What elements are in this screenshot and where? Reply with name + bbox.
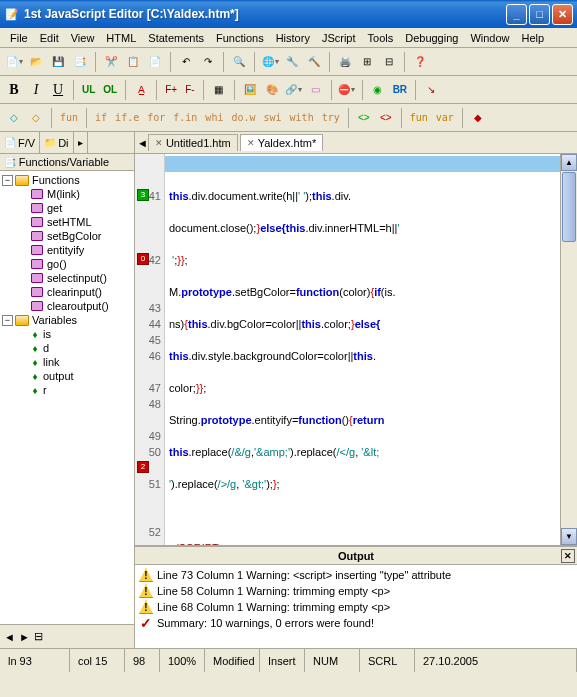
hammer-button[interactable]: 🔨 — [304, 52, 324, 72]
kw-swi[interactable]: swi — [261, 108, 285, 128]
kw-icon1[interactable]: ◇ — [4, 108, 24, 128]
kw-tag1[interactable]: <> — [354, 108, 374, 128]
tree-fn[interactable]: clearoutput() — [2, 299, 132, 313]
kw-whi[interactable]: whi — [202, 108, 226, 128]
image-button[interactable]: 🖼️ — [240, 80, 260, 100]
menu-functions[interactable]: Functions — [210, 30, 270, 46]
kw-for[interactable]: for — [144, 108, 168, 128]
table-button[interactable]: ▦ — [209, 80, 229, 100]
noentry-icon[interactable]: ⛔▾ — [337, 80, 357, 100]
tab-close-icon[interactable]: ✕ — [247, 138, 255, 148]
close-button[interactable]: ✕ — [552, 4, 573, 25]
kw-with[interactable]: with — [287, 108, 317, 128]
scroll-thumb[interactable] — [562, 172, 576, 242]
scroll-down-icon[interactable]: ▼ — [561, 528, 577, 545]
side-tab-more[interactable]: ▸ — [74, 132, 88, 153]
save-button[interactable]: 💾 — [48, 52, 68, 72]
tree-fn[interactable]: entityify — [2, 243, 132, 257]
kw-dow[interactable]: do.w — [228, 108, 258, 128]
kw-if[interactable]: if — [92, 108, 110, 128]
redo-button[interactable]: ↷ — [198, 52, 218, 72]
tree-var[interactable]: ♦r — [2, 383, 132, 397]
underline-button[interactable]: U — [48, 80, 68, 100]
editor-tab[interactable]: ✕Untitled1.htm — [148, 134, 238, 151]
tree-var[interactable]: ♦d — [2, 341, 132, 355]
tree-functions[interactable]: −Functions — [2, 173, 132, 187]
minimize-button[interactable]: _ — [506, 4, 527, 25]
maximize-button[interactable]: □ — [529, 4, 550, 25]
menu-jscript[interactable]: JScript — [316, 30, 362, 46]
arrow-icon[interactable]: ↘ — [421, 80, 441, 100]
tree-view[interactable]: −Functions M(link) get setHTML setBgColo… — [0, 171, 134, 624]
print-button[interactable]: 🖨️ — [335, 52, 355, 72]
tree-fwd[interactable]: ► — [19, 631, 30, 643]
tile-button[interactable]: ⊞ — [357, 52, 377, 72]
fontdec-button[interactable]: F- — [182, 80, 197, 100]
code-editor[interactable]: this.div.document.write(h||' ');this.div… — [165, 154, 560, 545]
br-button[interactable]: BR — [390, 80, 410, 100]
vertical-scrollbar[interactable]: ▲ ▼ — [560, 154, 577, 545]
undo-button[interactable]: ↶ — [176, 52, 196, 72]
palette-button[interactable]: 🎨 — [262, 80, 282, 100]
tree-fn[interactable]: M(link) — [2, 187, 132, 201]
tree-var[interactable]: ♦link — [2, 355, 132, 369]
paste-button[interactable]: 📄 — [145, 52, 165, 72]
kw-ife[interactable]: if.e — [112, 108, 142, 128]
menu-statements[interactable]: Statements — [142, 30, 210, 46]
menu-view[interactable]: View — [65, 30, 101, 46]
kw-diamond[interactable]: ◆ — [468, 108, 488, 128]
rect-button[interactable]: ▭ — [306, 80, 326, 100]
tree-variables[interactable]: −Variables — [2, 313, 132, 327]
tab-close-icon[interactable]: ✕ — [155, 138, 163, 148]
run-button[interactable]: 🌐▾ — [260, 52, 280, 72]
tree-fn[interactable]: clearinput() — [2, 285, 132, 299]
italic-button[interactable]: I — [26, 80, 46, 100]
kw-fun2[interactable]: fun — [407, 108, 431, 128]
fontinc-button[interactable]: F+ — [162, 80, 180, 100]
tree-fn[interactable]: selectinput() — [2, 271, 132, 285]
tree-fn[interactable]: setHTML — [2, 215, 132, 229]
tree-fn[interactable]: setBgColor — [2, 229, 132, 243]
menu-history[interactable]: History — [270, 30, 316, 46]
tree-list-icon[interactable]: ⊟ — [34, 630, 43, 643]
kw-tag2[interactable]: <> — [376, 108, 396, 128]
menu-tools[interactable]: Tools — [362, 30, 400, 46]
tree-fn[interactable]: go() — [2, 257, 132, 271]
tools-button[interactable]: 🔧 — [282, 52, 302, 72]
output-body[interactable]: !Line 73 Column 1 Warning: <script> inse… — [135, 565, 577, 648]
menu-window[interactable]: Window — [464, 30, 515, 46]
kw-fin[interactable]: f.in — [170, 108, 200, 128]
kw-try[interactable]: try — [319, 108, 343, 128]
ul-button[interactable]: UL — [79, 80, 98, 100]
side-tab-di[interactable]: 📁Di — [40, 132, 73, 153]
help-icon[interactable]: ❓ — [410, 52, 430, 72]
output-close-icon[interactable]: ✕ — [561, 549, 575, 563]
menu-html[interactable]: HTML — [100, 30, 142, 46]
side-tab-fv[interactable]: 📄F/V — [0, 132, 40, 153]
bold-button[interactable]: B — [4, 80, 24, 100]
cut-button[interactable]: ✂️ — [101, 52, 121, 72]
kw-var[interactable]: var — [433, 108, 457, 128]
menu-help[interactable]: Help — [516, 30, 551, 46]
open-button[interactable]: 📂 — [26, 52, 46, 72]
link-button[interactable]: 🔗▾ — [284, 80, 304, 100]
tree-fn[interactable]: get — [2, 201, 132, 215]
scroll-up-icon[interactable]: ▲ — [561, 154, 577, 171]
tree-var[interactable]: ♦is — [2, 327, 132, 341]
new-button[interactable]: 📄▾ — [4, 52, 24, 72]
ol-button[interactable]: OL — [100, 80, 120, 100]
menu-edit[interactable]: Edit — [34, 30, 65, 46]
cascade-button[interactable]: ⊟ — [379, 52, 399, 72]
saveall-button[interactable]: 📑 — [70, 52, 90, 72]
circle-icon[interactable]: ◉ — [368, 80, 388, 100]
copy-button[interactable]: 📋 — [123, 52, 143, 72]
menu-file[interactable]: File — [4, 30, 34, 46]
tree-back[interactable]: ◄ — [4, 631, 15, 643]
menu-debugging[interactable]: Debugging — [399, 30, 464, 46]
line-gutter[interactable]: 413420434445464748495025152 — [135, 154, 165, 545]
find-button[interactable]: 🔍 — [229, 52, 249, 72]
font-button[interactable]: A̲ — [131, 80, 151, 100]
tab-prev[interactable]: ◄ — [137, 137, 148, 149]
kw-icon2[interactable]: ◇ — [26, 108, 46, 128]
editor-tab-active[interactable]: ✕Yaldex.htm* — [240, 134, 324, 151]
